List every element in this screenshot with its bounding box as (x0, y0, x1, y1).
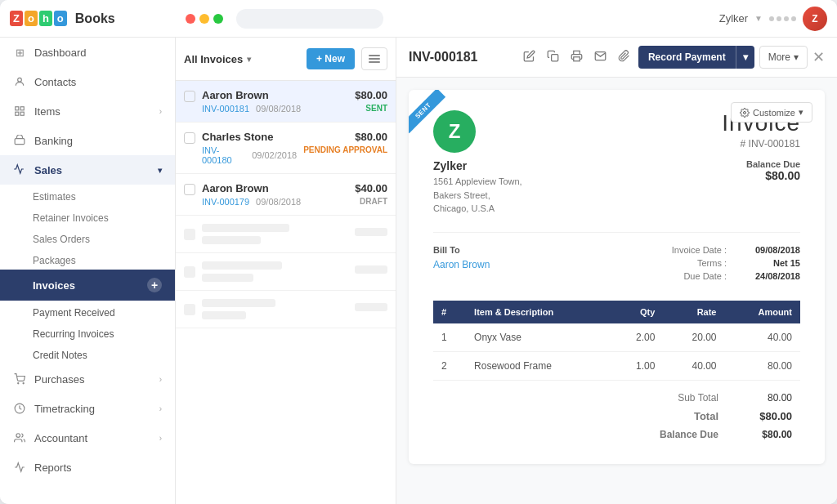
invoice-amount: $80.00 PENDING APPROVAL (303, 131, 387, 154)
list-header: All Invoices ▾ + New (176, 38, 396, 81)
total-label: Total (653, 410, 718, 422)
record-payment-button[interactable]: Record Payment ▾ (638, 46, 754, 69)
invoice-dates-section: Invoice Date : 09/08/2018 Terms : Net 15… (672, 245, 800, 284)
sidebar-item-accountant[interactable]: Accountant › (0, 423, 175, 453)
invoice-checkbox[interactable] (184, 184, 195, 195)
balance-value: $80.00 (743, 429, 792, 440)
list-menu-button[interactable] (361, 47, 387, 70)
row-description: Rosewood Frame (466, 351, 610, 380)
close-traffic-light[interactable] (186, 14, 195, 24)
sidebar-item-estimates[interactable]: Estimates (0, 185, 175, 206)
svg-point-9 (16, 434, 20, 438)
invoice-hash: # INV-000181 (722, 138, 800, 149)
company-address: 1561 Appleview Town, Bakers Street, Chic… (433, 175, 522, 216)
sidebar-item-retainer-invoices[interactable]: Retainer Invoices (0, 206, 175, 227)
content-area: All Invoices ▾ + New (176, 38, 837, 504)
sidebar-item-dashboard[interactable]: ⊞ Dashboard (0, 38, 175, 67)
sidebar-item-credit-notes[interactable]: Credit Notes (0, 343, 175, 364)
logo-box: Z o h o (10, 11, 67, 26)
email-button[interactable] (591, 47, 610, 69)
due-date-label: Due Date : (683, 271, 727, 281)
more-button[interactable]: More ▾ (759, 46, 808, 69)
invoice-list-item[interactable]: Charles Stone INV-000180 09/02/2018 $80.… (176, 123, 396, 174)
items-arrow-icon: › (159, 107, 162, 116)
sidebar-item-purchases[interactable]: Purchases › (0, 364, 175, 394)
global-search-bar[interactable] (236, 9, 383, 29)
subtotal-row: Sub Total 80.00 (433, 389, 800, 407)
user-dropdown-arrow[interactable]: ▼ (754, 14, 763, 23)
row-amount: 40.00 (724, 323, 800, 352)
top-bar: Z o h o Books Zylker ▼ Z (0, 0, 837, 38)
invoice-list-item[interactable]: Aaron Brown INV-000181 09/08/2018 $80.00… (176, 81, 396, 123)
due-date-value: 24/08/2018 (735, 271, 800, 281)
sidebar-item-reports-label: Reports (34, 462, 72, 474)
edit-button[interactable] (520, 47, 539, 69)
row-amount: 80.00 (724, 351, 800, 380)
record-payment-dropdown-arrow[interactable]: ▾ (736, 46, 754, 69)
table-header-qty: Qty (610, 301, 663, 323)
sidebar-item-items[interactable]: Items › (0, 96, 175, 126)
table-header-rate: Rate (663, 301, 724, 323)
dot4 (791, 16, 796, 21)
sidebar-item-contacts[interactable]: Contacts (0, 67, 175, 96)
sidebar-item-banking[interactable]: Banking (0, 126, 175, 155)
sidebar-item-packages[interactable]: Packages (0, 248, 175, 270)
attachment-button[interactable] (615, 47, 633, 69)
filter-dropdown[interactable]: All Invoices ▾ (184, 53, 251, 65)
sales-icon (13, 163, 26, 176)
close-button[interactable]: ✕ (812, 48, 825, 66)
dot-menu (769, 16, 796, 21)
balance-due-label: Balance Due (722, 159, 800, 169)
sidebar-item-payment-received[interactable]: Payment Received (0, 301, 175, 322)
sidebar-item-recurring-invoices[interactable]: Recurring Invoices (0, 322, 175, 343)
bill-to-name: Aaron Brown (433, 259, 490, 270)
copy-button[interactable] (544, 47, 562, 69)
amount-value: $40.00 (355, 182, 387, 194)
balance-row: Balance Due $80.00 (433, 426, 800, 444)
invoices-plus-icon[interactable]: + (147, 278, 162, 292)
svg-rect-13 (552, 54, 558, 60)
sidebar-item-sales-orders[interactable]: Sales Orders (0, 227, 175, 248)
invoice-info: Aaron Brown INV-000181 09/08/2018 (202, 89, 348, 114)
dot1 (769, 16, 774, 21)
sidebar-item-dashboard-label: Dashboard (34, 47, 87, 59)
sidebar-item-reports[interactable]: Reports (0, 453, 175, 482)
logo-letter-o2: o (54, 11, 67, 26)
customize-button[interactable]: Customize ▾ (731, 102, 812, 123)
logo-letter-h: h (39, 11, 52, 26)
invoice-list-item[interactable]: Aaron Brown INV-000179 09/08/2018 $40.00… (176, 174, 396, 216)
invoice-status-badge: SENT (355, 104, 387, 113)
print-button[interactable] (567, 47, 586, 69)
table-header-description: Item & Description (466, 301, 610, 323)
accountant-arrow-icon: › (159, 434, 162, 443)
table-header-num: # (433, 301, 466, 323)
svg-rect-2 (20, 107, 24, 110)
sidebar-item-timetracking[interactable]: Timetracking › (0, 394, 175, 423)
skeleton-item (176, 291, 396, 328)
sidebar-item-sales[interactable]: Sales ▾ (0, 155, 175, 185)
svg-point-15 (744, 111, 746, 114)
terms-value: Net 15 (735, 258, 800, 268)
invoice-customer-name: Aaron Brown (202, 89, 348, 101)
invoice-checkbox[interactable] (184, 132, 195, 144)
maximize-traffic-light[interactable] (213, 14, 223, 24)
timetracking-arrow-icon: › (159, 404, 162, 413)
invoice-checkbox[interactable] (184, 91, 195, 102)
new-invoice-button[interactable]: + New (307, 48, 355, 69)
balance-due-value: $80.00 (722, 169, 800, 182)
sidebar-item-invoices-label: Invoices (33, 279, 75, 292)
due-date-row: Due Date : 24/08/2018 (672, 271, 800, 281)
avatar[interactable]: Z (803, 7, 827, 31)
minimize-traffic-light[interactable] (199, 14, 209, 24)
logo-letter-o: o (25, 11, 38, 26)
row-qty: 2.00 (610, 323, 663, 352)
invoice-list-panel: All Invoices ▾ + New (176, 38, 396, 504)
svg-point-6 (18, 383, 19, 384)
skeleton-checkbox (184, 229, 195, 240)
sidebar-item-invoices[interactable]: Invoices + (0, 270, 175, 301)
svg-rect-1 (16, 107, 19, 110)
skeleton-item (176, 216, 396, 253)
skeleton-item (176, 253, 396, 291)
detail-actions: Record Payment ▾ More ▾ ✕ (520, 46, 825, 69)
balance-label: Balance Due (653, 429, 718, 440)
